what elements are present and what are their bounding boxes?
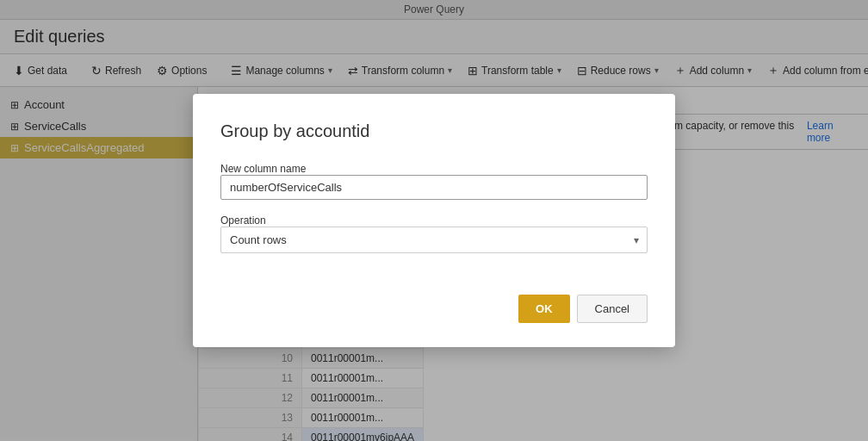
operation-label: Operation [220,214,266,227]
dialog: Group by accountid New column name Opera… [193,94,675,347]
ok-button[interactable]: OK [518,295,570,323]
dialog-overlay: Group by accountid New column name Opera… [0,0,868,441]
new-column-label: New column name [220,163,306,175]
dialog-title: Group by accountid [220,121,648,141]
new-column-input[interactable] [220,175,648,200]
cancel-button[interactable]: Cancel [577,295,648,323]
operation-select-wrapper: Count rowsSumAverageMinMaxMedian ▾ [220,227,648,253]
dialog-footer: OK Cancel [220,295,648,323]
operation-select[interactable]: Count rowsSumAverageMinMaxMedian [220,227,648,253]
